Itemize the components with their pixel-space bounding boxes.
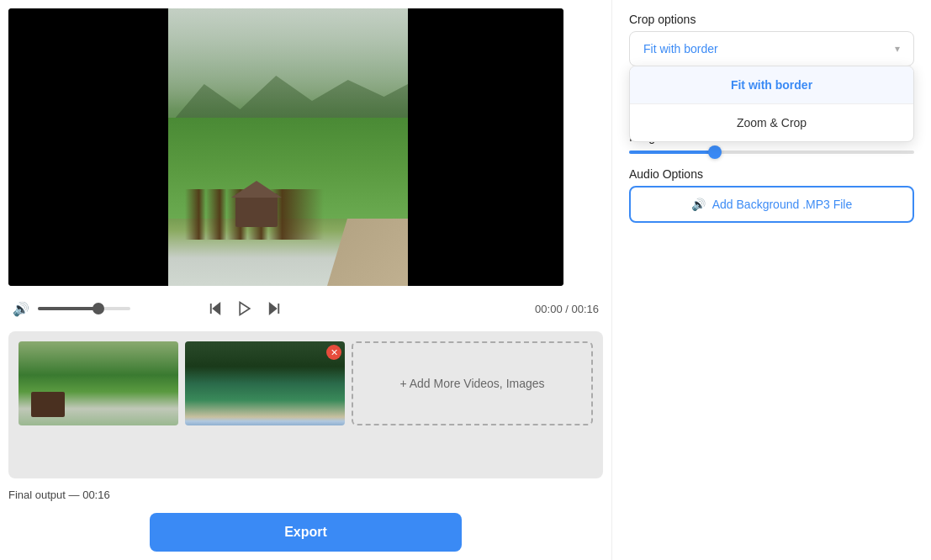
svg-marker-2 — [240, 303, 250, 315]
volume-slider[interactable] — [38, 307, 130, 310]
skip-back-button[interactable] — [206, 299, 225, 318]
volume-thumb — [93, 303, 104, 314]
center-image — [168, 8, 408, 286]
svg-marker-3 — [270, 304, 277, 314]
time-display: 00:00 / 00:16 — [535, 303, 599, 315]
right-panel: Crop options Fit with border ▾ Fit with … — [611, 0, 931, 560]
audio-label: Audio Options — [629, 167, 914, 181]
volume-icon[interactable]: 🔊 — [13, 301, 29, 317]
export-section: Export — [8, 513, 603, 552]
audio-icon: 🔊 — [691, 198, 706, 211]
crop-option-zoom-and-crop[interactable]: Zoom & Crop — [630, 104, 913, 141]
crop-options-section: Crop options Fit with border ▾ — [629, 13, 914, 66]
delete-thumbnail-2-button[interactable]: ✕ — [326, 345, 341, 360]
audio-btn-label: Add Background .MP3 File — [712, 198, 853, 211]
thumbnail-2[interactable]: ✕ — [185, 341, 345, 425]
export-button[interactable]: Export — [150, 513, 462, 552]
crop-dropdown-menu: Fit with border Zoom & Crop — [629, 66, 914, 142]
crop-options-label: Crop options — [629, 13, 914, 26]
left-panel: 🔊 — [0, 0, 611, 560]
crop-selected-value: Fit with border — [643, 42, 718, 55]
crop-option-fit-label: Fit with border — [731, 78, 812, 92]
playback-controls — [206, 298, 283, 319]
add-audio-button[interactable]: 🔊 Add Background .MP3 File — [629, 186, 914, 223]
final-output-label: Final output — 00:16 — [8, 489, 110, 501]
black-bar-left — [8, 8, 168, 286]
duration-thumb — [708, 145, 722, 159]
crop-dropdown[interactable]: Fit with border ▾ — [629, 31, 914, 66]
duration-filled — [629, 151, 715, 154]
barn — [235, 193, 278, 227]
controls-bar: 🔊 — [8, 290, 603, 327]
add-more-label: + Add More Videos, Images — [399, 377, 544, 390]
video-preview — [8, 8, 563, 286]
duration-slider[interactable] — [629, 151, 914, 154]
thumbnail-1[interactable] — [19, 341, 178, 425]
volume-filled — [38, 307, 98, 310]
skip-forward-button[interactable] — [265, 299, 283, 318]
crop-option-fit-with-border[interactable]: Fit with border — [630, 66, 913, 103]
svg-marker-0 — [214, 304, 220, 314]
black-bar-right — [408, 8, 563, 286]
export-label: Export — [284, 525, 327, 539]
thumbnails-row: ✕ + Add More Videos, Images — [19, 341, 593, 425]
audio-options-section: Audio Options 🔊 Add Background .MP3 File — [629, 167, 914, 223]
timeline-section: ✕ + Add More Videos, Images — [8, 331, 603, 478]
final-output: Final output — 00:16 — [8, 489, 603, 501]
chevron-down-icon: ▾ — [895, 43, 900, 55]
main-container: 🔊 — [0, 0, 931, 560]
add-more-button[interactable]: + Add More Videos, Images — [352, 341, 593, 425]
crop-option-zoom-label: Zoom & Crop — [737, 116, 807, 129]
play-button[interactable] — [235, 298, 255, 319]
